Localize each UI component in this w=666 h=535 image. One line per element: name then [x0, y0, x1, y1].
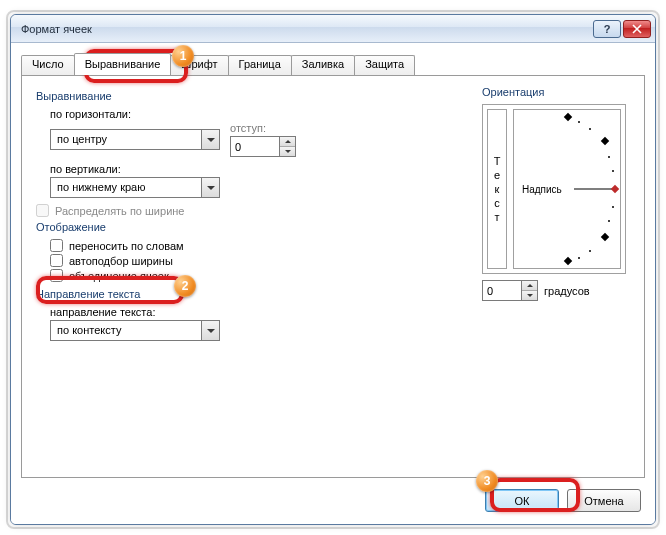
help-button[interactable]: ?: [593, 20, 621, 38]
dot-icon: [608, 220, 610, 222]
diamond-icon: [611, 185, 619, 193]
merge-input[interactable]: [50, 269, 63, 282]
wrap-label: переносить по словам: [69, 240, 184, 252]
distribute-label: Распределять по ширине: [55, 205, 184, 217]
dot-icon: [578, 121, 580, 123]
cancel-label: Отмена: [584, 495, 623, 507]
chevron-down-icon[interactable]: [201, 178, 219, 197]
orientation-line: [574, 189, 614, 190]
spinner-up-icon[interactable]: [522, 281, 537, 291]
ok-button[interactable]: ОК: [485, 489, 559, 512]
ok-label: ОК: [515, 495, 530, 507]
diamond-icon: [564, 113, 572, 121]
dot-icon: [589, 128, 591, 130]
tab-pane: Выравнивание по горизонтали: отступ:: [21, 75, 645, 478]
diamond-icon: [601, 137, 609, 145]
window-title: Формат ячеек: [21, 23, 593, 35]
chevron-down-icon[interactable]: [201, 321, 219, 340]
dot-icon: [612, 206, 614, 208]
spinner-up-icon[interactable]: [280, 137, 295, 147]
orientation-box: Текст Надпись: [482, 104, 626, 274]
tab-protection[interactable]: Защита: [354, 55, 415, 77]
close-icon: [632, 24, 642, 34]
degrees-label: градусов: [544, 285, 590, 297]
indent-spinner[interactable]: [230, 136, 296, 157]
dialog-buttons: ОК Отмена: [485, 489, 641, 512]
direction-value[interactable]: [51, 321, 201, 340]
tab-strip: Число Выравнивание Шрифт Граница Заливка…: [21, 53, 414, 75]
help-icon: ?: [604, 23, 611, 35]
dot-icon: [612, 170, 614, 172]
diamond-icon: [564, 257, 572, 265]
spinner-buttons: [279, 137, 295, 156]
degrees-spinner[interactable]: [482, 280, 538, 301]
tab-alignment[interactable]: Выравнивание: [74, 53, 172, 75]
shrink-input[interactable]: [50, 254, 63, 267]
spinner-down-icon[interactable]: [522, 291, 537, 300]
spinner-buttons: [521, 281, 537, 300]
section-orientation: Ориентация: [482, 86, 626, 98]
shrink-label: автоподбор ширины: [69, 255, 173, 267]
orientation-group: Ориентация Текст Надпись: [482, 86, 626, 301]
orientation-semicircle[interactable]: Надпись: [513, 109, 621, 269]
vertical-value[interactable]: [51, 178, 201, 197]
angle-text: Надпись: [522, 184, 562, 195]
direction-label: направление текста:: [50, 306, 630, 318]
indent-value[interactable]: [231, 137, 279, 156]
spinner-down-icon[interactable]: [280, 147, 295, 156]
chevron-down-icon[interactable]: [201, 130, 219, 149]
tab-fill[interactable]: Заливка: [291, 55, 355, 77]
horizontal-value[interactable]: [51, 130, 201, 149]
direction-combo[interactable]: [50, 320, 220, 341]
wrap-input[interactable]: [50, 239, 63, 252]
client-area: Число Выравнивание Шрифт Граница Заливка…: [11, 43, 655, 524]
dot-icon: [578, 257, 580, 259]
degrees-value[interactable]: [483, 281, 521, 300]
vertical-combo[interactable]: [50, 177, 220, 198]
merge-label: объединение ячеек: [69, 270, 169, 282]
diamond-icon: [601, 233, 609, 241]
close-button[interactable]: [623, 20, 651, 38]
titlebar[interactable]: Формат ячеек ?: [11, 15, 655, 43]
dot-icon: [589, 250, 591, 252]
tab-number[interactable]: Число: [21, 55, 75, 77]
tab-font[interactable]: Шрифт: [170, 55, 228, 77]
window-buttons: ?: [593, 20, 651, 38]
indent-label: отступ:: [230, 122, 296, 134]
vertical-text-button[interactable]: Текст: [487, 109, 507, 269]
dot-icon: [608, 156, 610, 158]
horizontal-combo[interactable]: [50, 129, 220, 150]
dialog-window: Формат ячеек ? Число Выравнивание Шрифт …: [10, 14, 656, 525]
tab-border[interactable]: Граница: [228, 55, 292, 77]
distribute-input: [36, 204, 49, 217]
cancel-button[interactable]: Отмена: [567, 489, 641, 512]
